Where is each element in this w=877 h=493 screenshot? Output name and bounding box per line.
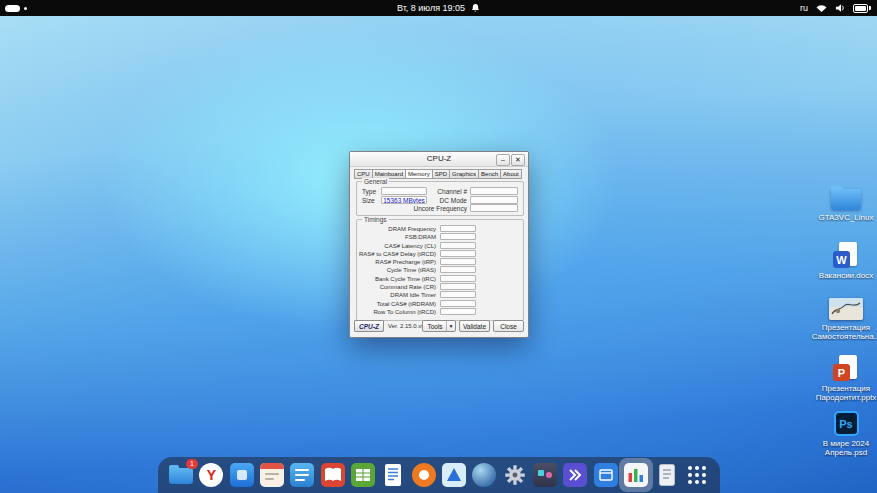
- desktop-icon-label-line2: Пародонтит.pptx: [810, 393, 877, 402]
- general-groupbox: General Type Size 15363 MBytes Channel #…: [356, 181, 524, 216]
- dock-icon-spreadsheet[interactable]: [350, 462, 376, 488]
- yandex-glyph: Y: [207, 467, 216, 483]
- document-viewer-icon: [290, 463, 314, 487]
- spreadsheet-icon: [350, 462, 376, 488]
- timing-row: Total CAS# (tRDRAM): [359, 300, 521, 308]
- desktop-icon-docx[interactable]: W Вакансии.docx: [810, 242, 877, 280]
- tab-spd[interactable]: SPD: [432, 169, 449, 179]
- close-window-button[interactable]: ✕: [511, 154, 525, 166]
- dock-icon-pdf-reader[interactable]: [320, 462, 346, 488]
- timing-label: Total CAS# (tRDRAM): [359, 301, 436, 307]
- calendar-icon: [260, 463, 284, 487]
- desktop-icon-label-line1: Презентация: [810, 384, 877, 393]
- dock-icon-blue-app[interactable]: [229, 462, 255, 488]
- image-thumbnail-icon: [829, 298, 863, 320]
- dock-icon-dark-app-2[interactable]: [562, 462, 588, 488]
- topbar: Вт, 8 июля 19:05 ru: [0, 0, 877, 16]
- window-title: CPU-Z: [427, 154, 451, 163]
- wifi-icon: [815, 3, 828, 13]
- close-button[interactable]: Close: [493, 320, 524, 332]
- timing-value-field: [440, 283, 476, 290]
- dock-icon-app-grid[interactable]: [684, 462, 710, 488]
- size-label: Size: [362, 197, 375, 204]
- dock-icon-window-app[interactable]: [593, 462, 619, 488]
- dock-icon-light-doc-app[interactable]: [654, 462, 680, 488]
- timing-row: DRAM Frequency: [359, 225, 521, 233]
- timing-label: RAS# Precharge (tRP): [359, 259, 436, 265]
- tab-memory[interactable]: Memory: [405, 169, 432, 179]
- dock-icon-settings[interactable]: [502, 462, 528, 488]
- yandex-icon: Y: [199, 463, 223, 487]
- timing-value-field: [440, 300, 476, 307]
- validate-button[interactable]: Validate: [459, 320, 490, 332]
- cpuz-window: CPU-Z – ✕ CPU Mainboard Memory SPD Graph…: [349, 151, 529, 338]
- system-tray[interactable]: ru: [800, 0, 871, 16]
- folder-icon: [169, 468, 193, 484]
- tools-dropdown-arrow-icon[interactable]: ▼: [446, 321, 455, 331]
- dock-icon-dark-app-1[interactable]: [532, 462, 558, 488]
- clock-menu[interactable]: Вт, 8 июля 19:05: [397, 0, 480, 16]
- dock-icon-yandex-browser[interactable]: Y: [198, 462, 224, 488]
- desktop-icon-pptx[interactable]: P Презентация Пародонтит.pptx: [810, 355, 877, 402]
- activities-indicator[interactable]: [5, 0, 27, 16]
- timing-value-field: [440, 266, 476, 273]
- dock-icon-globe-app[interactable]: [471, 462, 497, 488]
- powerpoint-glyph: P: [833, 364, 850, 381]
- workspace-dot: [24, 7, 27, 10]
- channel-field: [470, 187, 518, 195]
- dock-icon-orange-ring-app[interactable]: [411, 462, 437, 488]
- channel-label: Channel #: [427, 188, 467, 195]
- dock-icon-text-writer[interactable]: [380, 462, 406, 488]
- timing-value-field: [440, 291, 476, 298]
- timing-row: FSB:DRAM: [359, 233, 521, 241]
- tools-label: Tools: [427, 323, 442, 330]
- app-grid-icon: [688, 466, 706, 484]
- cpuz-logo: CPU-Z: [354, 320, 384, 332]
- light-document-icon: [654, 462, 680, 488]
- dock-icon-colorful-app-active[interactable]: [623, 462, 649, 488]
- dock-icon-calendar[interactable]: [259, 462, 285, 488]
- timing-row: Command Rate (CR): [359, 283, 521, 291]
- desktop-icon-tif-image[interactable]: Презентация Самостоятельна...: [810, 298, 877, 341]
- desktop-icon-folder-gta3vc[interactable]: GTA3VC_Linux: [810, 185, 877, 222]
- dc-mode-field: [470, 196, 518, 204]
- timing-label: DRAM Idle Timer: [359, 292, 436, 298]
- notification-badge: 1: [186, 459, 198, 469]
- cpuz-titlebar[interactable]: CPU-Z – ✕: [350, 152, 528, 167]
- timing-value-field: [440, 258, 476, 265]
- colorful-app-icon: [623, 462, 649, 488]
- timings-groupbox: Timings DRAM Frequency FSB:DRAM CAS# Lat…: [356, 219, 524, 321]
- tab-graphics[interactable]: Graphics: [449, 169, 478, 179]
- timing-row: RAS# to CAS# Delay (tRCD): [359, 250, 521, 258]
- tools-button[interactable]: Tools ▼: [422, 320, 456, 332]
- dock: 1 Y: [158, 457, 720, 493]
- volume-icon: [835, 3, 846, 13]
- timing-label: Bank Cycle Time (tRC): [359, 276, 436, 282]
- tab-about[interactable]: About: [500, 169, 522, 179]
- timing-label: CAS# Latency (CL): [359, 243, 436, 249]
- dark-app-icon: [533, 463, 557, 487]
- timing-row: CAS# Latency (CL): [359, 242, 521, 250]
- desktop-icon-label: Вакансии.docx: [810, 271, 877, 280]
- presentation-icon: P: [833, 355, 859, 381]
- tab-bench[interactable]: Bench: [478, 169, 500, 179]
- desktop-icon-psd[interactable]: Ps В мире 2024 Апрель.psd: [810, 411, 877, 457]
- word-glyph: W: [833, 251, 850, 268]
- timing-label: RAS# to CAS# Delay (tRCD): [359, 251, 436, 257]
- clock-label: Вт, 8 июля 19:05: [397, 3, 465, 13]
- dock-icon-media-app[interactable]: [441, 462, 467, 488]
- pdf-reader-icon: [320, 462, 346, 488]
- timing-row: Row To Column (tRCD): [359, 308, 521, 316]
- keyboard-layout-indicator[interactable]: ru: [800, 3, 808, 13]
- type-label: Type: [362, 188, 376, 195]
- timing-row: Cycle Time (tRAS): [359, 266, 521, 274]
- timing-value-field: [440, 225, 476, 232]
- desktop-icon-label: GTA3VC_Linux: [810, 213, 877, 222]
- desktop-icon-label-line2: Самостоятельна...: [810, 332, 877, 341]
- notification-bell-icon: [470, 3, 480, 13]
- window-app-icon: [593, 462, 619, 488]
- dock-icon-document-viewer[interactable]: [289, 462, 315, 488]
- dock-icon-files[interactable]: 1: [168, 462, 194, 488]
- minimize-button[interactable]: –: [496, 154, 510, 166]
- timing-label: Command Rate (CR): [359, 284, 436, 290]
